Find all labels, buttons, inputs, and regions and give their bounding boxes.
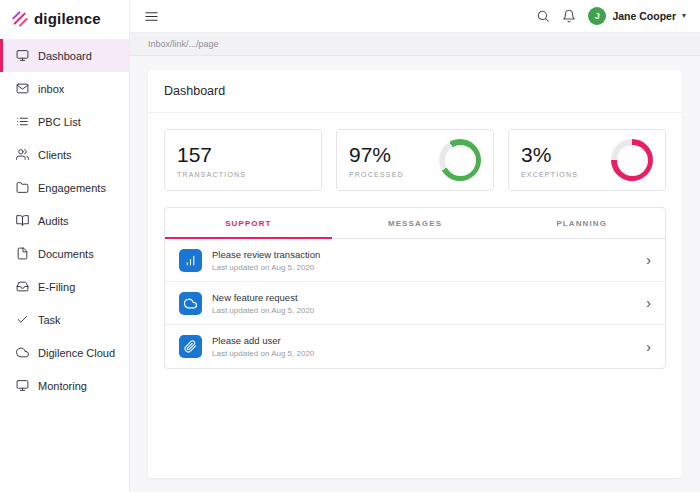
progress-ring	[439, 139, 481, 181]
breadcrumb[interactable]: Inbox/link/.../page	[130, 33, 700, 56]
sidebar-item-label: Task	[38, 314, 61, 326]
tab-planning[interactable]: PLANNING	[498, 208, 665, 239]
sidebar-item-label: Dashboard	[38, 50, 92, 62]
sidebar-item-label: Engagements	[38, 182, 106, 194]
message-subtitle: Last updated on Aug 5, 2020	[212, 349, 314, 358]
message-list: Please review transactionLast updated on…	[165, 239, 665, 368]
stat-label: PROCESSED	[349, 171, 404, 178]
chevron-right-icon: ›	[646, 296, 651, 310]
page-title: Dashboard	[148, 70, 682, 113]
sidebar-item-digilence-cloud[interactable]: Digilence Cloud	[0, 336, 129, 369]
stat-card-processed: 97%PROCESSED	[336, 129, 494, 191]
main-area: Dashboard 157TRANSACTIONS97%PROCESSED3%E…	[130, 56, 700, 492]
search-icon[interactable]	[536, 9, 550, 23]
sidebar-item-label: E-Filing	[38, 281, 75, 293]
list-item[interactable]: Please review transactionLast updated on…	[165, 239, 665, 282]
tab-support[interactable]: SUPPORT	[165, 208, 332, 239]
message-title: New feature request	[212, 292, 314, 303]
content-column: J Jane Cooper ▾ Inbox/link/.../page Dash…	[130, 0, 700, 492]
message-title: Please add user	[212, 335, 314, 346]
sidebar-item-label: PBC List	[38, 116, 81, 128]
progress-ring	[611, 139, 653, 181]
topbar: J Jane Cooper ▾	[130, 0, 700, 33]
ring-hole	[617, 145, 648, 176]
stat-card-transactions: 157TRANSACTIONS	[164, 129, 322, 191]
attachment-icon	[179, 335, 202, 358]
menu-icon[interactable]	[144, 9, 159, 24]
cloud-icon	[16, 346, 29, 359]
stat-value: 97%	[349, 143, 404, 167]
message-title: Please review transaction	[212, 249, 320, 260]
stat-label: EXCEPTIONS	[521, 171, 578, 178]
ring-hole	[445, 145, 476, 176]
sidebar-item-montoring[interactable]: Montoring	[0, 369, 129, 402]
avatar: J	[588, 7, 606, 25]
message-text: New feature requestLast updated on Aug 5…	[212, 292, 314, 315]
sidebar-item-label: Digilence Cloud	[38, 347, 115, 359]
cloud-upload-icon	[179, 292, 202, 315]
sidebar-item-clients[interactable]: Clients	[0, 138, 129, 171]
brand-name: digilence	[34, 10, 101, 27]
message-subtitle: Last updated on Aug 5, 2020	[212, 306, 314, 315]
stat-label: TRANSACTIONS	[177, 171, 246, 178]
sidebar-item-label: inbox	[38, 83, 64, 95]
sidebar-item-e-filing[interactable]: E-Filing	[0, 270, 129, 303]
sidebar-item-dashboard[interactable]: Dashboard	[0, 39, 129, 72]
bar-chart-icon	[179, 249, 202, 272]
dashboard-icon	[16, 49, 29, 62]
users-icon	[16, 148, 29, 161]
topbar-actions: J Jane Cooper ▾	[536, 7, 686, 25]
message-text: Please review transactionLast updated on…	[212, 249, 320, 272]
stat-value: 157	[177, 143, 246, 167]
digilence-logo-icon	[12, 11, 28, 27]
message-subtitle: Last updated on Aug 5, 2020	[212, 263, 320, 272]
message-text: Please add userLast updated on Aug 5, 20…	[212, 335, 314, 358]
sidebar: digilence DashboardinboxPBC ListClientsE…	[0, 0, 130, 492]
sidebar-item-label: Documents	[38, 248, 94, 260]
tabs-panel: SUPPORTMESSAGESPLANNING Please review tr…	[164, 207, 666, 369]
tab-messages[interactable]: MESSAGES	[332, 208, 499, 239]
user-name: Jane Cooper	[612, 10, 676, 22]
check-icon	[16, 313, 29, 326]
sidebar-item-pbc-list[interactable]: PBC List	[0, 105, 129, 138]
sidebar-item-audits[interactable]: Audits	[0, 204, 129, 237]
sidebar-nav: DashboardinboxPBC ListClientsEngagements…	[0, 39, 129, 402]
sidebar-item-documents[interactable]: Documents	[0, 237, 129, 270]
user-menu[interactable]: J Jane Cooper ▾	[588, 7, 686, 25]
document-icon	[16, 247, 29, 260]
monitor-icon	[16, 379, 29, 392]
list-icon	[16, 115, 29, 128]
tabs: SUPPORTMESSAGESPLANNING	[165, 208, 665, 239]
sidebar-item-label: Montoring	[38, 380, 87, 392]
chevron-down-icon: ▾	[682, 12, 686, 20]
bell-icon[interactable]	[562, 9, 576, 23]
mail-icon	[16, 82, 29, 95]
sidebar-item-engagements[interactable]: Engagements	[0, 171, 129, 204]
dashboard-card: Dashboard 157TRANSACTIONS97%PROCESSED3%E…	[148, 70, 682, 478]
logo[interactable]: digilence	[0, 0, 129, 39]
folder-icon	[16, 181, 29, 194]
chevron-right-icon: ›	[646, 340, 651, 354]
stat-card-exceptions: 3%EXCEPTIONS	[508, 129, 666, 191]
chevron-right-icon: ›	[646, 253, 651, 267]
list-item[interactable]: Please add userLast updated on Aug 5, 20…	[165, 325, 665, 368]
sidebar-item-inbox[interactable]: inbox	[0, 72, 129, 105]
sidebar-item-task[interactable]: Task	[0, 303, 129, 336]
sidebar-item-label: Clients	[38, 149, 72, 161]
stat-value: 3%	[521, 143, 578, 167]
inbox-tray-icon	[16, 280, 29, 293]
list-item[interactable]: New feature requestLast updated on Aug 5…	[165, 282, 665, 325]
book-icon	[16, 214, 29, 227]
card-body: 157TRANSACTIONS97%PROCESSED3%EXCEPTIONS …	[148, 113, 682, 385]
stats-row: 157TRANSACTIONS97%PROCESSED3%EXCEPTIONS	[164, 129, 666, 191]
sidebar-item-label: Audits	[38, 215, 69, 227]
